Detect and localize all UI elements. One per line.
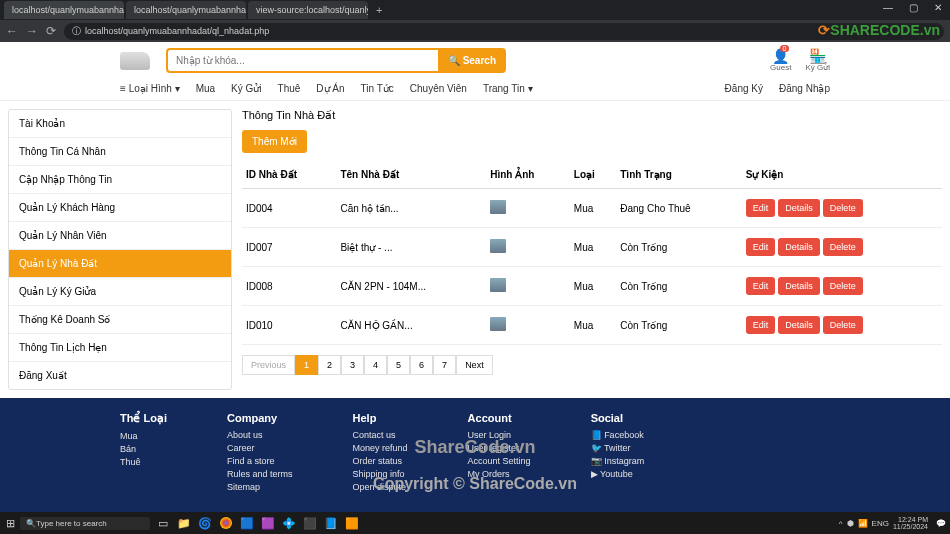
nav-thue[interactable]: Thuê	[278, 83, 301, 94]
delete-button[interactable]: Delete	[823, 277, 863, 295]
nav-chuyenvien[interactable]: Chuyên Viên	[410, 83, 467, 94]
page-number-button[interactable]: 5	[387, 355, 410, 375]
back-button[interactable]: ←	[6, 24, 18, 38]
sidebar-item[interactable]: Thống Kê Doanh Số	[9, 306, 231, 334]
footer: Thể LoạiMuaBánThuêCompanyAbout usCareerF…	[0, 398, 950, 515]
page-number-button[interactable]: 3	[341, 355, 364, 375]
footer-link[interactable]: Shipping info	[353, 469, 408, 479]
forward-button[interactable]: →	[26, 24, 38, 38]
footer-link[interactable]: Money refund	[353, 443, 408, 453]
delete-button[interactable]: Delete	[823, 238, 863, 256]
explorer-icon[interactable]: 📁	[175, 514, 193, 532]
word-icon[interactable]: 📘	[322, 514, 340, 532]
xampp-icon[interactable]: 🟧	[343, 514, 361, 532]
app-icon[interactable]: 🟪	[259, 514, 277, 532]
start-button[interactable]: ⊞	[0, 517, 20, 530]
footer-link[interactable]: User Login	[468, 430, 531, 440]
nav-tintuc[interactable]: Tin Tức	[361, 83, 394, 94]
nav-kygui[interactable]: Ký Gửi	[231, 83, 261, 94]
notifications-icon[interactable]: 💬	[936, 519, 946, 528]
edit-button[interactable]: Edit	[746, 199, 776, 217]
footer-link[interactable]: 🐦 Twitter	[591, 443, 645, 453]
nav-mua[interactable]: Mua	[196, 83, 215, 94]
details-button[interactable]: Details	[778, 277, 820, 295]
delete-button[interactable]: Delete	[823, 316, 863, 334]
search-button[interactable]: 🔍 Search	[438, 48, 506, 73]
task-view-icon[interactable]: ▭	[154, 514, 172, 532]
nav-category[interactable]: ≡ Loại Hình ▾	[120, 83, 180, 94]
nav-register[interactable]: Đăng Ký	[725, 83, 763, 94]
footer-link[interactable]: Mua	[120, 431, 167, 441]
sidebar-item[interactable]: Quản Lý Nhân Viên	[9, 222, 231, 250]
footer-link[interactable]: Thuê	[120, 457, 167, 467]
tray-icon[interactable]: ⬢	[847, 519, 854, 528]
details-button[interactable]: Details	[778, 199, 820, 217]
clock[interactable]: 12:24 PM 11/25/2024	[893, 516, 932, 530]
delete-button[interactable]: Delete	[823, 199, 863, 217]
footer-link[interactable]: User register	[468, 443, 531, 453]
footer-link[interactable]: 📘 Facebook	[591, 430, 645, 440]
add-new-button[interactable]: Thêm Mới	[242, 130, 307, 153]
nav-trangtin[interactable]: Trang Tin ▾	[483, 83, 533, 94]
app-icon[interactable]: 🟦	[238, 514, 256, 532]
footer-link[interactable]: Open dispute	[353, 482, 408, 492]
sidebar-item[interactable]: Quản Lý Ký Giửa	[9, 278, 231, 306]
nav-duan[interactable]: Dự Án	[316, 83, 344, 94]
browser-tab[interactable]: localhost/quanlymuabannhadat×	[4, 1, 124, 19]
footer-link[interactable]: ▶ Youtube	[591, 469, 645, 479]
sidebar-item[interactable]: Thông Tin Cá Nhân	[9, 138, 231, 166]
sidebar-item[interactable]: Đăng Xuất	[9, 362, 231, 389]
page-number-button[interactable]: 4	[364, 355, 387, 375]
kygui-icon[interactable]: 🏪 Ký Gửi	[805, 49, 830, 72]
footer-link[interactable]: Order status	[353, 456, 408, 466]
system-tray[interactable]: ^ ⬢ 📶 ENG 12:24 PM 11/25/2024 💬	[839, 516, 950, 530]
footer-link[interactable]: About us	[227, 430, 293, 440]
footer-link[interactable]: My Orders	[468, 469, 531, 479]
nav-login[interactable]: Đăng Nhập	[779, 83, 830, 94]
taskbar-search[interactable]: 🔍 Type here to search	[20, 517, 150, 530]
page-number-button[interactable]: 2	[318, 355, 341, 375]
chevron-up-icon[interactable]: ^	[839, 519, 843, 528]
page-number-button[interactable]: 6	[410, 355, 433, 375]
edit-button[interactable]: Edit	[746, 238, 776, 256]
footer-link[interactable]: Contact us	[353, 430, 408, 440]
details-button[interactable]: Details	[778, 238, 820, 256]
page-number-button[interactable]: 1	[295, 355, 318, 375]
footer-link[interactable]: 📷 Instagram	[591, 456, 645, 466]
footer-link[interactable]: Account Setting	[468, 456, 531, 466]
edit-button[interactable]: Edit	[746, 316, 776, 334]
maximize-button[interactable]: ▢	[901, 0, 926, 15]
footer-link[interactable]: Rules and terms	[227, 469, 293, 479]
sidebar-item[interactable]: Tài Khoản	[9, 110, 231, 138]
reload-button[interactable]: ⟳	[46, 24, 56, 38]
edit-button[interactable]: Edit	[746, 277, 776, 295]
lang-indicator[interactable]: ENG	[872, 519, 889, 528]
footer-link[interactable]: Bán	[120, 444, 167, 454]
footer-link[interactable]: Career	[227, 443, 293, 453]
search-input[interactable]	[166, 48, 438, 73]
app-icon[interactable]: ⬛	[301, 514, 319, 532]
footer-link[interactable]: Sitemap	[227, 482, 293, 492]
vscode-icon[interactable]: 💠	[280, 514, 298, 532]
guest-icon[interactable]: 👤 0 Guest	[770, 49, 791, 72]
footer-column: AccountUser LoginUser registerAccount Se…	[468, 412, 531, 495]
site-logo[interactable]	[120, 52, 150, 70]
browser-tab[interactable]: localhost/quanlymuabannha×	[126, 1, 246, 19]
page-number-button[interactable]: 7	[433, 355, 456, 375]
prev-page-button[interactable]: Previous	[242, 355, 295, 375]
new-tab-button[interactable]: +	[370, 4, 388, 16]
sidebar-item[interactable]: Cập Nhập Thông Tin	[9, 166, 231, 194]
minimize-button[interactable]: —	[875, 0, 901, 15]
close-window-button[interactable]: ✕	[926, 0, 950, 15]
wifi-icon[interactable]: 📶	[858, 519, 868, 528]
details-button[interactable]: Details	[778, 316, 820, 334]
sidebar-item[interactable]: Thông Tin Lịch Hẹn	[9, 334, 231, 362]
edge-icon[interactable]: 🌀	[196, 514, 214, 532]
browser-tab[interactable]: view-source:localhost/quanlym×	[248, 1, 368, 19]
sidebar-item[interactable]: Quản Lý Nhà Đất	[9, 250, 231, 278]
footer-link[interactable]: Find a store	[227, 456, 293, 466]
url-input[interactable]: ⓘ localhost/quanlymuabannhadat/ql_nhadat…	[64, 23, 944, 40]
chrome-icon[interactable]	[220, 517, 232, 529]
sidebar-item[interactable]: Quản Lý Khách Hàng	[9, 194, 231, 222]
next-page-button[interactable]: Next	[456, 355, 493, 375]
